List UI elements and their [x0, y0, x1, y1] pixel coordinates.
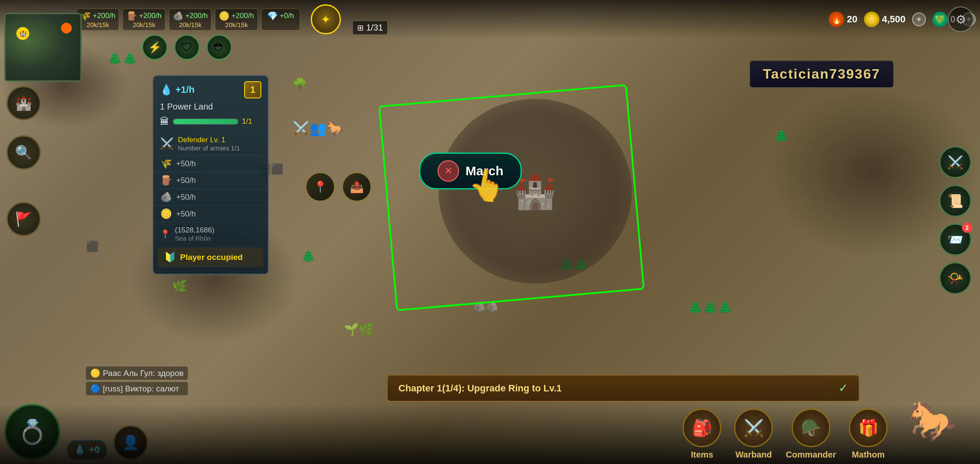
- chapter-checkmark: ✓: [839, 382, 848, 395]
- castle-button[interactable]: 🏰: [6, 86, 41, 120]
- hand-cursor: 👆: [466, 165, 509, 206]
- compass[interactable]: ✦: [311, 4, 341, 34]
- defender-row: ⚔️ Defender Lv. 1 Number of armies 1/1: [153, 132, 268, 156]
- mana-rate-icon: 💧: [160, 84, 173, 96]
- stone-rate: +200/h: [185, 12, 208, 20]
- commander-icon: 🪖: [792, 409, 830, 447]
- search-button[interactable]: 🔍: [6, 135, 41, 170]
- unit-send-button[interactable]: 📤: [342, 172, 372, 202]
- panel-level-badge: 1: [244, 81, 261, 98]
- stone-stat-icon: 🪨: [160, 192, 172, 203]
- location-coords: (1528,1686): [175, 226, 214, 235]
- chat-alliance-icon: 🔵: [90, 384, 103, 393]
- wood-amount: 20k/15k: [133, 21, 156, 28]
- bottom-nav-items[interactable]: 🎒 Items: [683, 409, 721, 460]
- location-pin-icon: 📍: [160, 229, 171, 239]
- panel-header: 💧 +1/h 1: [153, 76, 268, 102]
- add-coins-button[interactable]: +: [912, 12, 926, 26]
- food-amount: 20k/15k: [86, 21, 109, 28]
- player-occupied-status: 🔰 Player occupied: [158, 247, 263, 267]
- mathom-icon: 🎁: [849, 409, 888, 447]
- panel-rate: 💧 +1/h: [160, 84, 240, 96]
- coins-amount: 4,500: [882, 14, 906, 25]
- compass-icon: ✦: [321, 12, 331, 27]
- bottom-right-hero[interactable]: 🐎: [890, 378, 976, 464]
- food-icon: 🌾: [80, 11, 91, 21]
- health-text: 1/1: [242, 117, 261, 126]
- flames-amount: 20: [847, 14, 857, 25]
- defender-icon: ⚔️: [160, 137, 174, 150]
- action-icons-row: ⚡ 🛡 ⛑: [142, 34, 232, 60]
- lightning-action-button[interactable]: ⚡: [142, 34, 168, 60]
- gear-icon: ⚙: [956, 12, 966, 27]
- stone-rate-label: +50/h: [176, 193, 196, 202]
- gold-resource: 🪙 +200/h 20k/15k: [215, 9, 257, 31]
- mini-map[interactable]: 🏰: [4, 13, 82, 82]
- helmet-action-button[interactable]: ⛑: [206, 34, 232, 60]
- food-stat-icon: 🌾: [160, 158, 172, 169]
- food-resource: 🌾 +200/h 20k/15k: [77, 9, 119, 31]
- lightning-icon: ⚡: [148, 41, 162, 54]
- panel-level-number: 1: [250, 84, 255, 95]
- mana-icon: 💎: [267, 11, 278, 21]
- coins-icon: 🪙: [864, 12, 879, 27]
- defender-armies: Number of armies 1/1: [178, 144, 240, 152]
- chapter-bar[interactable]: Chapter 1(1/4): Upgrade Ring to Lv.1 ✓: [387, 375, 860, 402]
- info-panel: 💧 +1/h 1 1 Power Land 🏛 1/1 ⚔️ Defender …: [153, 75, 269, 275]
- settings-button[interactable]: ⚙: [948, 6, 974, 32]
- wood-resource: 🪵 +200/h 20k/15k: [122, 9, 165, 31]
- shield-action-button[interactable]: 🛡: [174, 34, 200, 60]
- stone-icon: 🪨: [173, 11, 184, 21]
- items-icon: 🎒: [683, 409, 721, 447]
- stone-amount: 20k/15k: [179, 21, 202, 28]
- flag-button[interactable]: 🚩: [6, 202, 41, 236]
- wood-rate-row: 🪵 +50/h: [153, 172, 268, 189]
- bottom-nav-warband[interactable]: ⚔️ Warband: [734, 409, 773, 460]
- gems-icon: 💚: [932, 12, 948, 27]
- warband-label: Warband: [735, 450, 772, 460]
- food-rate-label: +50/h: [176, 159, 196, 168]
- food-rate-row: 🌾 +50/h: [153, 156, 268, 172]
- location-info: (1528,1686) Sea of Rhûn: [175, 226, 214, 242]
- bottom-nav: 🎒 Items ⚔️ Warband 🪖 Commander 🎁 Mathom: [0, 404, 980, 464]
- castle-health-icon: 🏛: [160, 116, 169, 127]
- unit-location-button[interactable]: 📍: [305, 172, 335, 202]
- chat-line-1: 🟡 Раас Аль Гул: здоров: [86, 366, 188, 380]
- bottom-nav-commander[interactable]: 🪖 Commander: [786, 409, 836, 460]
- defender-name: Defender Lv. 1: [178, 136, 240, 144]
- gold-rate: +200/h: [231, 12, 254, 20]
- grid-count: 1/31: [366, 23, 383, 33]
- scroll-action-button[interactable]: 📜: [939, 185, 971, 217]
- mail-action-button[interactable]: 📨 2: [939, 223, 971, 256]
- bottom-nav-mathom[interactable]: 🎁 Mathom: [849, 409, 888, 460]
- warrior-action-button[interactable]: ⚔️: [939, 146, 971, 178]
- chat-messages: 🟡 Раас Аль Гул: здоров 🔵 [russ] Виктор: …: [86, 366, 188, 397]
- panel-title: 1 Power Land: [153, 102, 268, 116]
- wood-stat-icon: 🪵: [160, 175, 172, 186]
- gold-icon: 🪙: [219, 11, 230, 21]
- gold-stat-icon: 🪙: [160, 208, 172, 220]
- mana-rate: +0/h: [280, 12, 294, 20]
- wood-rate: +200/h: [139, 12, 161, 20]
- right-actions: ⚔️ 📜 📨 2 📯: [939, 146, 971, 294]
- x-icon: ✕: [444, 165, 452, 177]
- occupied-icon: 🔰: [164, 252, 176, 263]
- chat-message-2: [russ] Виктор: салют: [103, 384, 179, 393]
- mini-map-content: 🏰: [6, 14, 80, 80]
- gold-rate-row: 🪙 +50/h: [153, 206, 268, 223]
- health-bar: [173, 119, 239, 125]
- health-bar-fill: [173, 119, 238, 124]
- warband-icon: ⚔️: [734, 409, 773, 447]
- chat-line-2: 🔵 [russ] Виктор: салют: [86, 382, 188, 395]
- march-cancel-icon[interactable]: ✕: [438, 160, 459, 182]
- mini-map-castle-icon: 🏰: [16, 27, 29, 40]
- defender-info: Defender Lv. 1 Number of armies 1/1: [178, 136, 240, 152]
- stone-rate-row: 🪨 +50/h: [153, 189, 268, 206]
- flames-currency: 🔥 20: [829, 12, 857, 27]
- unit-actions: 📍 📤: [305, 172, 372, 202]
- grid-counter[interactable]: ⊞ 1/31: [352, 21, 388, 35]
- shield-plus-icon: 🛡: [181, 41, 193, 54]
- gold-amount: 20k/15k: [225, 21, 248, 28]
- horn-action-button[interactable]: 📯: [939, 262, 971, 294]
- health-bar-container: 🏛 1/1: [160, 116, 261, 127]
